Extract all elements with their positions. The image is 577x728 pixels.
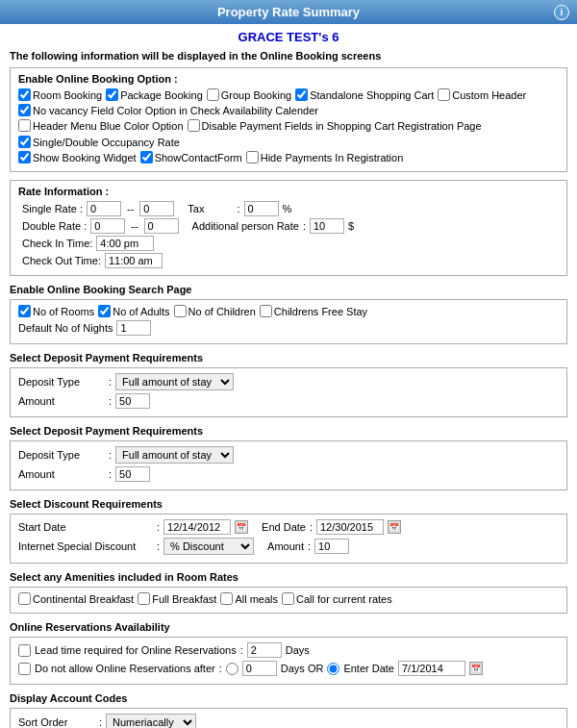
checkout-time[interactable] xyxy=(105,253,163,268)
online-reservations-section-title: Online Reservations Availability xyxy=(10,621,567,633)
cal-icon-end[interactable]: 📅 xyxy=(388,520,401,534)
show-contact-option[interactable]: ShowContactForm xyxy=(140,151,242,163)
double-rate-from[interactable] xyxy=(90,218,125,234)
single-double-option[interactable]: Single/Double Occupancy Rate xyxy=(18,136,180,148)
standalone-cart-checkbox[interactable] xyxy=(295,88,308,101)
children-free-option[interactable]: Childrens Free Stay xyxy=(260,305,367,317)
show-contact-checkbox[interactable] xyxy=(140,151,153,163)
show-widget-checkbox[interactable] xyxy=(18,151,31,163)
hide-payments-checkbox[interactable] xyxy=(246,151,259,163)
deposit-section-title-1: Select Deposit Payment Requirements xyxy=(10,352,567,364)
show-widget-option[interactable]: Show Booking Widget xyxy=(18,151,137,163)
lead-time-checkbox[interactable] xyxy=(18,644,31,657)
enter-date-input[interactable] xyxy=(398,661,465,676)
deposit-amount-2[interactable] xyxy=(115,466,150,482)
additional-person-label: Additional person Rate xyxy=(192,220,299,232)
page-title: Property Rate Summary xyxy=(217,5,360,19)
no-rooms-option[interactable]: No of Rooms xyxy=(18,305,94,317)
no-vacancy-option[interactable]: No vacancy Field Color Option in Check A… xyxy=(18,104,318,116)
do-not-allow-checkbox[interactable] xyxy=(18,663,31,675)
no-rooms-checkbox[interactable] xyxy=(18,305,31,317)
info-icon[interactable]: i xyxy=(554,5,569,20)
header-menu-option[interactable]: Header Menu Blue Color Option xyxy=(18,119,184,132)
discount-type-label: Internet Special Discount xyxy=(18,540,153,552)
call-rates-checkbox[interactable] xyxy=(282,592,294,605)
hide-payments-option[interactable]: Hide Payments In Registration xyxy=(246,151,404,163)
package-booking-option[interactable]: Package Booking xyxy=(106,88,203,101)
single-rate-label: Single Rate : xyxy=(22,203,83,214)
children-free-checkbox[interactable] xyxy=(260,305,272,317)
deposit-type-select-1[interactable]: Full amount of stay Percentage Fixed Amo… xyxy=(115,373,234,390)
no-adults-checkbox[interactable] xyxy=(98,305,111,317)
header-menu-checkbox[interactable] xyxy=(18,119,31,132)
deposit-section-title-2: Select Deposit Payment Requirements xyxy=(10,425,567,437)
days-suffix: Days xyxy=(286,644,310,656)
no-adults-option[interactable]: No of Adults xyxy=(98,305,169,317)
room-booking-checkbox[interactable] xyxy=(18,88,31,101)
no-children-option[interactable]: No of Children xyxy=(174,305,256,317)
call-rates-option[interactable]: Call for current rates xyxy=(282,592,392,605)
all-meals-option[interactable]: All meals xyxy=(220,592,278,605)
single-rate-from[interactable] xyxy=(87,201,121,216)
single-double-checkbox[interactable] xyxy=(18,136,31,148)
rate-info-section: Rate Information : Single Rate : -- Tax … xyxy=(10,180,567,276)
single-rate-to[interactable] xyxy=(139,201,174,216)
custom-header-checkbox[interactable] xyxy=(438,88,450,101)
disable-payment-option[interactable]: Disable Payment Fields in Shopping Cart … xyxy=(188,119,482,132)
do-not-allow-label: Do not allow Online Reservations after xyxy=(35,663,215,674)
amount-label-2: Amount xyxy=(18,468,105,480)
deposit-type-select-2[interactable]: Full amount of stay Percentage Fixed Amo… xyxy=(115,446,234,464)
deposit-amount-1[interactable] xyxy=(115,393,150,409)
search-page-section-title: Enable Online Booking Search Page xyxy=(10,284,567,295)
end-date-label: End Date xyxy=(262,521,306,533)
group-booking-option[interactable]: Group Booking xyxy=(207,88,291,101)
days-or-suffix: Days OR xyxy=(281,663,324,674)
additional-person-rate[interactable] xyxy=(310,218,344,234)
tax-rate[interactable] xyxy=(244,201,279,216)
enable-booking-label: Enable Online Booking Option : xyxy=(18,73,559,85)
standalone-cart-option[interactable]: Standalone Shopping Cart xyxy=(295,88,434,101)
all-meals-checkbox[interactable] xyxy=(220,592,233,605)
deposit-section-2: Deposit Type : Full amount of stay Perce… xyxy=(10,440,567,490)
discount-type-select[interactable]: % Discount Fixed Amount xyxy=(163,538,254,555)
do-not-allow-days[interactable] xyxy=(242,661,277,676)
tax-label: Tax xyxy=(188,203,204,214)
group-booking-checkbox[interactable] xyxy=(207,88,219,101)
checkin-label: Check In Time: xyxy=(22,238,92,249)
no-children-checkbox[interactable] xyxy=(174,305,187,317)
deposit-section-1: Deposit Type : Full amount of stay Perce… xyxy=(10,367,567,417)
disable-payment-checkbox[interactable] xyxy=(188,119,200,132)
enter-date-label: Enter Date xyxy=(343,663,394,674)
room-booking-option[interactable]: Room Booking xyxy=(18,88,102,101)
enter-date-radio[interactable] xyxy=(327,663,339,675)
property-title: GRACE TEST's 6 xyxy=(10,30,567,44)
discount-amount-input[interactable] xyxy=(314,539,349,554)
do-not-allow-radio[interactable] xyxy=(226,663,238,675)
end-date-input[interactable] xyxy=(316,519,384,535)
default-nights-input[interactable] xyxy=(116,320,151,336)
full-breakfast-checkbox[interactable] xyxy=(138,592,150,605)
continental-checkbox[interactable] xyxy=(18,592,31,605)
amount-label-1: Amount xyxy=(18,395,105,407)
double-rate-label: Double Rate : xyxy=(22,220,87,232)
continental-option[interactable]: Continental Breakfast xyxy=(18,592,134,605)
package-booking-checkbox[interactable] xyxy=(106,88,118,101)
start-date-input[interactable] xyxy=(163,519,231,535)
checkin-time[interactable] xyxy=(96,236,154,251)
cal-icon-start[interactable]: 📅 xyxy=(235,520,248,534)
checkout-label: Check Out Time: xyxy=(22,255,101,266)
display-account-section-title: Display Account Codes xyxy=(10,692,567,704)
no-vacancy-checkbox[interactable] xyxy=(18,104,31,116)
double-rate-to[interactable] xyxy=(144,218,179,234)
online-reservations-section: Lead time required for Online Reservatio… xyxy=(10,637,567,685)
custom-header-option[interactable]: Custom Header xyxy=(438,88,526,101)
lead-time-days[interactable] xyxy=(247,642,282,658)
discount-section-title: Select Discount Requirements xyxy=(10,498,567,510)
cal-icon-enter[interactable]: 📅 xyxy=(469,662,483,675)
sort-order-select[interactable]: Numeriacally Alphabetically xyxy=(106,714,196,728)
display-account-section: Sort Order : Numeriacally Alphabetically xyxy=(10,708,567,728)
amenities-section: Continental Breakfast Full Breakfast All… xyxy=(10,587,567,614)
deposit-type-label-1: Deposit Type xyxy=(18,376,105,388)
full-breakfast-option[interactable]: Full Breakfast xyxy=(138,592,216,605)
amenities-section-title: Select any Amenities included in Room Ra… xyxy=(10,571,567,583)
